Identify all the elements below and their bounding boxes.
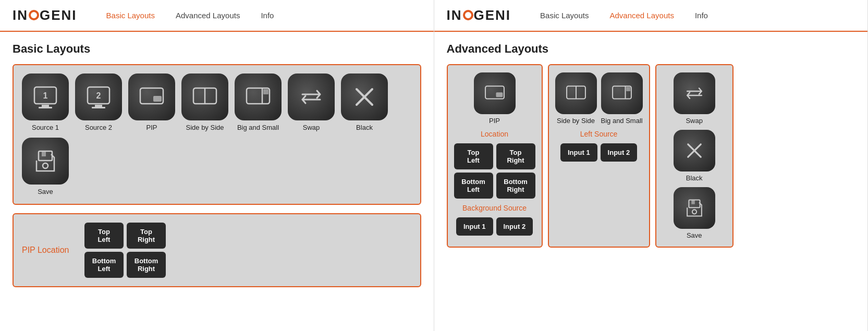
pip-top-right-button[interactable]: TopRight: [127, 223, 166, 249]
adv-pip-label: PIP: [489, 117, 500, 125]
svg-text:1: 1: [43, 91, 48, 100]
adv-ls-input1-button[interactable]: Input 1: [560, 143, 597, 162]
sidebyside-button[interactable]: Side by Side: [181, 73, 228, 131]
svg-rect-18: [42, 151, 46, 156]
adv-black-icon: [683, 139, 706, 162]
adv-ls-input2-button[interactable]: Input 2: [601, 143, 638, 162]
adv-bigandsmall-button[interactable]: Big and Small: [601, 72, 643, 125]
sidebyside-icon: [191, 83, 219, 111]
adv-top-right-button[interactable]: TopRight: [496, 143, 535, 169]
svg-rect-26: [626, 87, 630, 91]
adv-swap-icon-box: [674, 72, 715, 114]
swap-button[interactable]: Swap: [288, 73, 335, 131]
advanced-sections: PIP Location TopLeft TopRight BottomLeft…: [447, 64, 855, 248]
black-label: Black: [356, 124, 373, 131]
source2-label: Source 2: [85, 124, 112, 131]
pip-location-row: PIP Location TopLeft TopRight BottomLeft…: [22, 223, 412, 278]
black-icon: [350, 83, 378, 111]
adv-sidebyside-icon: [565, 82, 588, 105]
pip-top-left-button[interactable]: TopLeft: [84, 223, 124, 249]
swap-icon-box: [288, 73, 335, 120]
source1-icon-box: 1: [22, 73, 69, 120]
adv-left-source-label: Left Source: [580, 130, 618, 138]
adv-black-button[interactable]: Black: [674, 130, 715, 182]
source1-button[interactable]: 1 Source 1: [22, 73, 69, 131]
black-icon-box: [341, 73, 388, 120]
adv-middle-box: Side by Side Big and Small: [548, 64, 650, 248]
source1-label: Source 1: [32, 124, 59, 131]
adv-left-source-grid: Input 1 Input 2: [560, 143, 637, 162]
sidebyside-icon-box: [181, 73, 228, 120]
source2-button[interactable]: 2 Source 2: [75, 73, 122, 131]
adv-save-icon-box: [674, 187, 715, 229]
pip-bottom-left-button[interactable]: BottomLeft: [84, 252, 124, 278]
left-content: Basic Layouts 1 Source 1: [0, 32, 434, 331]
adv-black-icon-box: [674, 130, 715, 171]
logo-o: [29, 10, 39, 20]
right-panel: INGENI Basic Layouts Advanced Layouts In…: [434, 0, 869, 331]
black-button[interactable]: Black: [341, 73, 388, 131]
adv-save-button[interactable]: Save: [674, 187, 715, 239]
adv-bottom-left-button[interactable]: BottomLeft: [454, 173, 493, 199]
adv-pip-button[interactable]: PIP: [474, 72, 516, 125]
adv-location-label: Location: [481, 130, 508, 138]
right-nav: INGENI Basic Layouts Advanced Layouts In…: [434, 0, 868, 32]
save-button[interactable]: Save: [22, 138, 69, 195]
adv-swap-button[interactable]: Swap: [674, 72, 715, 125]
svg-text:2: 2: [96, 91, 101, 100]
pip-bottom-right-button[interactable]: BottomRight: [127, 252, 166, 278]
svg-rect-14: [263, 89, 268, 94]
adv-bg-source-grid: Input 1 Input 2: [456, 217, 533, 236]
adv-bg-input1-button[interactable]: Input 1: [456, 217, 493, 236]
bigandsmall-label: Big and Small: [237, 124, 279, 131]
adv-middle-icons: Side by Side Big and Small: [555, 72, 643, 125]
adv-bigandsmall-label: Big and Small: [601, 117, 643, 125]
swap-label: Swap: [303, 124, 320, 131]
nav-basic-layouts-left[interactable]: Basic Layouts: [106, 10, 155, 21]
svg-rect-21: [496, 92, 503, 97]
pip-button[interactable]: PIP: [128, 73, 175, 131]
adv-bottom-right-button[interactable]: BottomRight: [496, 173, 535, 199]
save-icon: [31, 147, 59, 175]
left-panel: INGENI Basic Layouts Advanced Layouts In…: [0, 0, 434, 331]
basic-btn-grid: 1 Source 1 2: [22, 73, 412, 195]
adv-right-box: Swap Black: [655, 64, 733, 248]
basic-layouts-box: 1 Source 1 2: [13, 64, 421, 205]
adv-pip-icon-box: [474, 72, 516, 114]
right-page-title: Advanced Layouts: [447, 42, 855, 56]
nav-info-left[interactable]: Info: [261, 10, 274, 21]
pip-location-box: PIP Location TopLeft TopRight BottomLeft…: [13, 213, 421, 287]
pip-icon: [138, 83, 166, 111]
adv-swap-icon: [683, 82, 706, 105]
sidebyside-label: Side by Side: [186, 124, 224, 131]
adv-bigandsmall-icon-box: [601, 72, 643, 114]
adv-pip-box: PIP Location TopLeft TopRight BottomLeft…: [447, 64, 543, 248]
adv-bg-source-label: Background Source: [462, 204, 527, 212]
bigandsmall-button[interactable]: Big and Small: [235, 73, 282, 131]
adv-bigandsmall-icon: [610, 82, 633, 105]
svg-point-19: [43, 163, 48, 168]
nav-basic-layouts-right[interactable]: Basic Layouts: [540, 10, 589, 21]
right-logo-o: [463, 10, 473, 20]
pip-location-grid: TopLeft TopRight BottomLeft BottomRight: [84, 223, 166, 278]
nav-advanced-layouts-left[interactable]: Advanced Layouts: [176, 10, 240, 21]
right-content: Advanced Layouts PIP Location TopLe: [434, 32, 868, 331]
nav-info-right[interactable]: Info: [695, 10, 708, 21]
pip-location-label: PIP Location: [22, 246, 74, 255]
adv-sidebyside-button[interactable]: Side by Side: [555, 72, 597, 125]
svg-rect-2: [42, 105, 49, 107]
left-page-title: Basic Layouts: [13, 42, 421, 56]
bigandsmall-icon: [244, 83, 272, 111]
right-logo: INGENI: [447, 7, 511, 23]
adv-save-icon: [683, 197, 706, 219]
nav-advanced-layouts-right[interactable]: Advanced Layouts: [609, 10, 674, 21]
adv-location-grid: TopLeft TopRight BottomLeft BottomRight: [454, 143, 535, 199]
save-icon-box: [22, 138, 69, 185]
svg-rect-9: [153, 96, 162, 102]
source2-icon: 2: [84, 83, 113, 111]
adv-bg-input2-button[interactable]: Input 2: [496, 217, 533, 236]
adv-top-left-button[interactable]: TopLeft: [454, 143, 493, 169]
adv-sidebyside-label: Side by Side: [557, 117, 595, 125]
left-nav: INGENI Basic Layouts Advanced Layouts In…: [0, 0, 434, 32]
svg-rect-30: [691, 200, 695, 204]
